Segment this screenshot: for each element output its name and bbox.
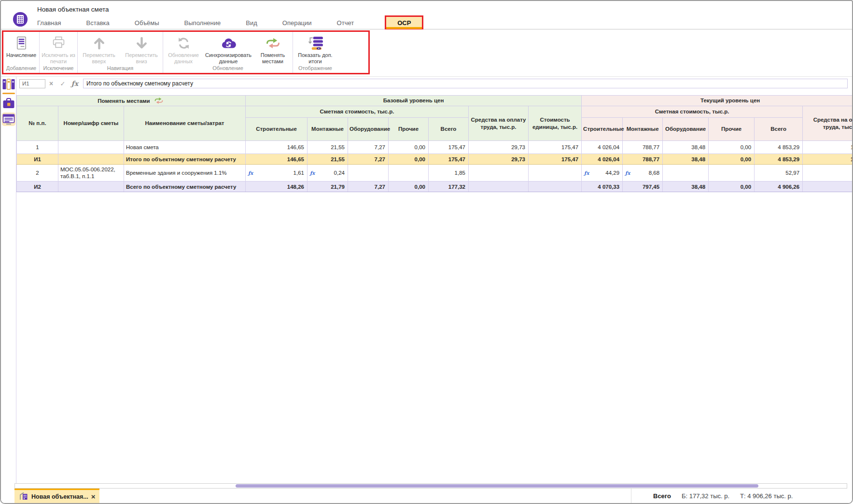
menu-tab[interactable]: ОСР bbox=[386, 17, 422, 29]
value-cell[interactable]: 175,47 bbox=[429, 154, 469, 165]
column-header: Всего bbox=[755, 118, 803, 141]
menu-tab[interactable]: Объёмы bbox=[135, 19, 159, 27]
value-cell[interactable] bbox=[348, 165, 389, 182]
value-cell[interactable]: 4 026,04 bbox=[582, 154, 623, 165]
toolbar-group: Переместить вверхПереместить внизНавигац… bbox=[78, 32, 163, 73]
estimate-name-cell[interactable]: Итого по объектному сметному расчету bbox=[124, 154, 246, 165]
value-cell[interactable]: ƒx44,29 bbox=[582, 165, 623, 182]
value-cell[interactable]: 7,27 bbox=[348, 182, 389, 192]
estimate-name-cell[interactable]: Новая смета bbox=[124, 141, 246, 154]
row-number-cell[interactable]: 2 bbox=[17, 165, 58, 182]
value-cell[interactable]: 1 6 bbox=[803, 154, 852, 165]
horizontal-scrollbar[interactable] bbox=[14, 483, 847, 489]
estimate-code-cell[interactable]: МОС.05.05-006.2022, таб.В.1, п.1.1 bbox=[58, 165, 124, 182]
estimate-code-cell[interactable] bbox=[58, 154, 124, 165]
value-cell[interactable] bbox=[663, 165, 709, 182]
swap-arrows-icon bbox=[153, 97, 165, 104]
value-cell[interactable]: 0,00 bbox=[709, 154, 755, 165]
value-cell[interactable]: 21,55 bbox=[308, 154, 348, 165]
value-cell[interactable]: 175,47 bbox=[529, 154, 582, 165]
confirm-icon[interactable]: ✓ bbox=[57, 80, 69, 87]
value-cell[interactable]: ƒx8,68 bbox=[623, 165, 663, 182]
value-cell[interactable]: 1 6 bbox=[803, 141, 852, 154]
value-cell[interactable]: 0,00 bbox=[389, 154, 429, 165]
value-cell[interactable] bbox=[469, 165, 529, 182]
value-cell[interactable]: 38,48 bbox=[663, 141, 709, 154]
value-cell[interactable]: 21,79 bbox=[308, 182, 348, 192]
row-number-cell[interactable]: И2 bbox=[17, 182, 58, 192]
swap-places-button[interactable]: Поменять местами bbox=[253, 32, 293, 65]
cancel-icon[interactable]: × bbox=[45, 80, 57, 87]
value-cell[interactable]: 4 906,26 bbox=[755, 182, 803, 192]
value-cell[interactable]: 7,27 bbox=[348, 141, 389, 154]
value-cell[interactable]: 788,77 bbox=[623, 141, 663, 154]
value-cell[interactable] bbox=[529, 165, 582, 182]
fx-icon[interactable]: ƒx bbox=[69, 80, 81, 87]
value-cell[interactable]: 797,45 bbox=[623, 182, 663, 192]
toolbar-group: Показать доп. итогиОтображение bbox=[293, 32, 337, 73]
value-cell[interactable]: 0,00 bbox=[709, 141, 755, 154]
row-number-cell[interactable]: 1 bbox=[17, 141, 58, 154]
value-cell[interactable] bbox=[389, 165, 429, 182]
value-cell[interactable]: 29,73 bbox=[469, 154, 529, 165]
estimate-name-cell[interactable]: Всего по объектному сметному расчету bbox=[124, 182, 246, 192]
estimate-name-cell[interactable]: Временные здания и сооружения 1.1% bbox=[124, 165, 246, 182]
value-cell[interactable]: 29,73 bbox=[469, 141, 529, 154]
menu-tab[interactable]: Вставка bbox=[86, 19, 109, 27]
accrual-button[interactable]: Начисление bbox=[3, 32, 39, 65]
value-cell[interactable]: 4 853,29 bbox=[755, 141, 803, 154]
value-cell[interactable]: 0,00 bbox=[389, 141, 429, 154]
value-cell[interactable]: 175,47 bbox=[529, 141, 582, 154]
estimate-code-cell[interactable] bbox=[58, 182, 124, 192]
sidebar-item-briefcase[interactable] bbox=[2, 97, 15, 110]
row-number-cell[interactable]: И1 bbox=[17, 154, 58, 165]
menu-tab[interactable]: Вид bbox=[246, 19, 257, 27]
menu-tab[interactable]: Главная bbox=[37, 19, 61, 27]
refresh-data-button[interactable]: Обновление данных bbox=[163, 32, 204, 65]
value-cell[interactable] bbox=[803, 165, 852, 182]
value-cell[interactable]: 788,77 bbox=[623, 154, 663, 165]
sidebar-item-spreadsheet[interactable] bbox=[2, 112, 15, 126]
formula-input[interactable]: Итого по объектному сметному расчету bbox=[83, 79, 848, 88]
show-extra-totals-button[interactable]: Показать доп. итоги bbox=[293, 32, 337, 65]
scrollbar-thumb[interactable] bbox=[236, 484, 758, 488]
close-icon[interactable]: × bbox=[91, 492, 96, 501]
document-tab[interactable]: Новая объектная... × bbox=[14, 489, 99, 503]
menu-tab[interactable]: Отчет bbox=[337, 19, 354, 27]
value-cell[interactable] bbox=[709, 165, 755, 182]
value-cell[interactable]: 7,27 bbox=[348, 154, 389, 165]
value-cell[interactable]: 148,26 bbox=[246, 182, 308, 192]
exclude-from-print-button[interactable]: Исключить из печати bbox=[40, 32, 77, 65]
value-cell[interactable]: 1,85 bbox=[429, 165, 469, 182]
table-row: И2Всего по объектному сметному расчету14… bbox=[17, 182, 853, 192]
value-cell[interactable]: 21,55 bbox=[308, 141, 348, 154]
value-cell[interactable]: ƒx1,61 bbox=[246, 165, 308, 182]
cell-reference-input[interactable]: И1 bbox=[19, 79, 45, 88]
value-cell[interactable]: 38,48 bbox=[663, 154, 709, 165]
value-cell[interactable] bbox=[469, 182, 529, 192]
move-down-button[interactable]: Переместить вниз bbox=[120, 32, 163, 65]
value-cell[interactable]: 4 853,29 bbox=[755, 154, 803, 165]
sync-data-button[interactable]: Синхронизировать данные bbox=[204, 32, 253, 65]
value-cell[interactable] bbox=[529, 182, 582, 192]
value-cell[interactable]: 146,65 bbox=[246, 141, 308, 154]
value-cell[interactable]: 38,48 bbox=[663, 182, 709, 192]
value-cell[interactable]: 4 070,33 bbox=[582, 182, 623, 192]
value-cell[interactable]: ƒx0,24 bbox=[308, 165, 348, 182]
value-cell[interactable]: 175,47 bbox=[429, 141, 469, 154]
value-cell[interactable]: 4 026,04 bbox=[582, 141, 623, 154]
column-header: Средства на оплату труда, тыс.р. bbox=[803, 106, 852, 141]
document-tab-label: Новая объектная... bbox=[31, 493, 88, 500]
estimate-code-cell[interactable] bbox=[58, 141, 124, 154]
swap-columns-header[interactable]: Поменять местами bbox=[17, 96, 246, 106]
value-cell[interactable]: 177,32 bbox=[429, 182, 469, 192]
value-cell[interactable]: 52,97 bbox=[755, 165, 803, 182]
menu-tab[interactable]: Выполнение bbox=[184, 19, 221, 27]
menu-tab[interactable]: Операции bbox=[282, 19, 312, 27]
value-cell[interactable]: 0,00 bbox=[709, 182, 755, 192]
value-cell[interactable] bbox=[803, 182, 852, 192]
move-up-button[interactable]: Переместить вверх bbox=[78, 32, 120, 65]
sidebar-item-binders[interactable] bbox=[2, 79, 15, 94]
value-cell[interactable]: 146,65 bbox=[246, 154, 308, 165]
value-cell[interactable]: 0,00 bbox=[389, 182, 429, 192]
